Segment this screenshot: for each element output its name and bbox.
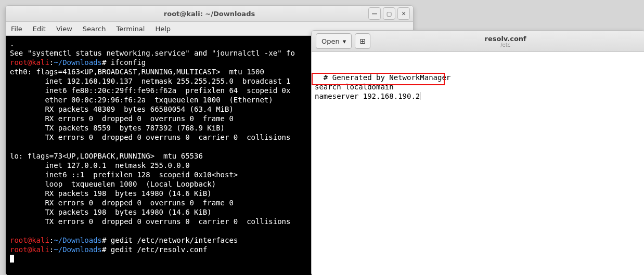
gedit-document-path: /etc bbox=[370, 42, 640, 48]
open-button[interactable]: Open ▾ bbox=[316, 33, 352, 49]
gedit-title-block: resolv.conf /etc bbox=[370, 35, 640, 48]
terminal-title: root@kali: ~/Downloads bbox=[6, 10, 413, 18]
gedit-header[interactable]: Open ▾ ⊞ resolv.conf /etc bbox=[312, 31, 644, 52]
chevron-down-icon: ▾ bbox=[343, 37, 346, 45]
maximize-button[interactable]: ▢ bbox=[383, 7, 395, 20]
gedit-window: Open ▾ ⊞ resolv.conf /etc # Generated by… bbox=[311, 30, 644, 275]
window-controls: — ▢ ✕ bbox=[368, 7, 410, 20]
close-button[interactable]: ✕ bbox=[397, 7, 410, 20]
gedit-document-title: resolv.conf bbox=[370, 35, 640, 43]
minimize-button[interactable]: — bbox=[368, 7, 381, 20]
menu-terminal[interactable]: Terminal bbox=[116, 25, 145, 33]
menu-file[interactable]: File bbox=[11, 25, 22, 33]
menu-help[interactable]: Help bbox=[155, 25, 171, 33]
menu-edit[interactable]: Edit bbox=[33, 25, 46, 33]
new-document-button[interactable]: ⊞ bbox=[355, 33, 370, 49]
terminal-titlebar[interactable]: root@kali: ~/Downloads — ▢ ✕ bbox=[6, 6, 413, 22]
open-button-label: Open bbox=[321, 37, 340, 45]
menu-search[interactable]: Search bbox=[83, 25, 106, 33]
menu-view[interactable]: View bbox=[56, 25, 72, 33]
new-document-icon: ⊞ bbox=[359, 37, 366, 45]
gedit-editor[interactable]: # Generated by NetworkManager search loc… bbox=[312, 52, 644, 275]
